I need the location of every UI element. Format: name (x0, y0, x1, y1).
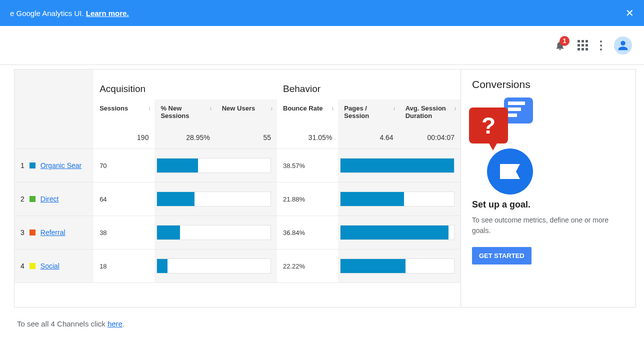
blank-corner (14, 70, 94, 100)
sort-icon: ↓ (454, 106, 456, 111)
channels-table-card: Acquisition Behavior Sessions↓ % New Ses… (14, 69, 461, 308)
row-index: 4 (20, 262, 24, 270)
sessions-value: 64 (94, 182, 154, 216)
channel-link[interactable]: Referral (40, 228, 66, 236)
row-index: 3 (20, 228, 24, 236)
acquisition-bar (154, 250, 277, 283)
channel-link[interactable]: Organic Sear (40, 162, 82, 170)
col-sessions[interactable]: Sessions↓ (94, 100, 154, 126)
bounce-value: 38.57% (277, 149, 338, 182)
table-row: 4Social1822.22% (14, 250, 460, 283)
behavior-bar (338, 149, 460, 182)
sort-icon: ↓ (393, 106, 396, 111)
bounce-value: 21.88% (277, 182, 338, 216)
apps-button[interactable] (578, 40, 588, 50)
footer-here-link[interactable]: here (108, 320, 122, 328)
acquisition-bar (154, 149, 277, 182)
top-banner: e Google Analytics UI. Learn more. ✕ (0, 0, 644, 26)
more-vertical-icon (600, 40, 602, 50)
col-avg-duration[interactable]: Avg. Session Duration↓ (400, 100, 460, 126)
sessions-value: 38 (94, 216, 154, 250)
account-avatar[interactable] (614, 36, 632, 54)
table-row: 3Referral3836.84% (14, 216, 460, 250)
channel-link[interactable]: Direct (40, 195, 59, 203)
col-channel (14, 100, 94, 126)
col-pages-session[interactable]: Pages / Session↓ (338, 100, 399, 126)
group-behavior: Behavior (277, 70, 460, 100)
bounce-value: 22.22% (277, 250, 338, 283)
col-bounce[interactable]: Bounce Rate↓ (277, 100, 338, 126)
get-started-button[interactable]: GET STARTED (472, 247, 532, 264)
conversions-title: Conversions (472, 78, 624, 90)
notification-badge: 1 (560, 36, 570, 46)
behavior-bar (338, 182, 460, 216)
table-row: 1Organic Sear7038.57% (14, 149, 460, 182)
acquisition-bar (154, 182, 277, 216)
sort-icon: ↓ (270, 106, 273, 111)
conversions-panel: Conversions ? Set up a goal. To see outc… (461, 69, 636, 308)
bounce-value: 36.84% (277, 216, 338, 250)
channel-link[interactable]: Social (40, 262, 60, 270)
group-acquisition: Acquisition (94, 70, 277, 100)
banner-learn-more-link[interactable]: Learn more. (86, 9, 129, 18)
behavior-bar (338, 216, 460, 250)
more-button[interactable] (600, 40, 602, 50)
behavior-bar (338, 250, 460, 283)
channels-table: Acquisition Behavior Sessions↓ % New Ses… (14, 70, 460, 283)
apps-grid-icon (578, 40, 588, 50)
row-index: 2 (20, 195, 24, 203)
table-row: 2Direct6421.88% (14, 182, 460, 216)
acquisition-bar (154, 216, 277, 250)
channel-color-icon (30, 196, 36, 202)
conversions-text: To see outcome metrics, define one or mo… (472, 215, 624, 236)
top-toolbar: 1 (0, 26, 644, 65)
footer-note: To see all 4 Channels click here. (17, 320, 644, 328)
totals-row: 190 28.95% 55 31.05% 4.64 00:04:07 (14, 126, 460, 149)
channel-color-icon (30, 230, 36, 236)
sessions-value: 70 (94, 149, 154, 182)
channel-color-icon (30, 162, 36, 168)
sort-descending-icon: ↓ (148, 106, 150, 111)
col-pct-new[interactable]: % New Sessions↓ (154, 100, 216, 126)
svg-point-0 (620, 40, 625, 45)
close-icon[interactable]: ✕ (626, 7, 634, 19)
conversions-illustration: ? (469, 96, 544, 190)
banner-text: e Google Analytics UI. Learn more. (10, 9, 129, 18)
channel-color-icon (30, 263, 36, 269)
col-new-users[interactable]: New Users↓ (216, 100, 277, 126)
sessions-value: 18 (94, 250, 154, 283)
notifications-button[interactable]: 1 (554, 40, 566, 51)
person-icon (616, 38, 630, 52)
row-index: 1 (20, 162, 24, 170)
conversions-heading: Set up a goal. (472, 200, 624, 210)
sort-icon: ↓ (210, 106, 212, 111)
sort-icon: ↓ (332, 106, 334, 111)
